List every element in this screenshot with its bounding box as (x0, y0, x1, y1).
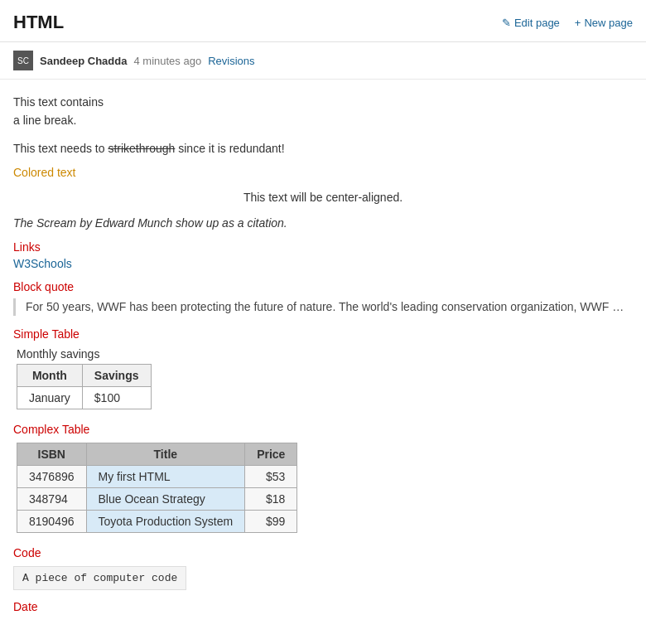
line-break-text: This text contains a line break. (13, 93, 633, 130)
header-actions: ✎ Edit page + New page (502, 17, 633, 29)
complex-cell-price-1: $53 (245, 465, 297, 487)
code-block: A piece of computer code (13, 566, 186, 590)
complex-cell-isbn-2: 348794 (17, 487, 87, 510)
complex-cell-price-3: $99 (245, 510, 297, 532)
blockquote-section: Block quote For 50 years, WWF has been p… (13, 280, 633, 316)
edit-time: 4 minutes ago (133, 55, 201, 67)
code-section: Code A piece of computer code (13, 546, 633, 590)
complex-cell-isbn-3: 8190496 (17, 510, 87, 532)
date-label: Date (13, 600, 633, 613)
w3schools-link[interactable]: W3Schools (13, 257, 633, 270)
complex-table-heading: Complex Table (13, 423, 633, 436)
simple-table-heading: Simple Table (13, 327, 633, 341)
complex-cell-title-3: Toyota Production System (86, 510, 245, 532)
table-row: 348794 Blue Ocean Strategy $18 (17, 487, 297, 510)
complex-table-section: Complex Table ISBN Title Price 3476896 M… (13, 423, 633, 533)
page-header: HTML ✎ Edit page + New page (0, 0, 646, 42)
blockquote-label: Block quote (13, 280, 633, 293)
simple-table-col-month: Month (17, 364, 83, 386)
simple-table-header-row: Month Savings (17, 364, 152, 386)
center-text: This text will be center-aligned. (13, 189, 633, 206)
complex-table: ISBN Title Price 3476896 My first HTML $… (17, 443, 297, 533)
complex-table-col-title: Title (86, 443, 245, 465)
complex-cell-isbn-1: 3476896 (17, 465, 87, 487)
strikethrough-word: strikethrough (108, 142, 175, 155)
revisions-link[interactable]: Revisions (208, 55, 254, 67)
simple-table-col-savings: Savings (82, 364, 151, 386)
simple-table-section: Simple Table Monthly savings Month Savin… (13, 327, 633, 409)
code-label: Code (13, 546, 633, 559)
plus-icon: + (575, 17, 581, 29)
colored-text: Colored text (13, 166, 633, 179)
simple-table-caption: Monthly savings (13, 347, 633, 361)
blockquote-content: For 50 years, WWF has been protecting th… (13, 298, 626, 316)
complex-table-col-price: Price (245, 443, 297, 465)
complex-cell-title-2: Blue Ocean Strategy (86, 487, 245, 510)
complex-cell-title-1: My first HTML (86, 465, 245, 487)
table-row: 3476896 My first HTML $53 (17, 465, 297, 487)
page-title: HTML (13, 12, 64, 33)
simple-table-cell-month: January (17, 386, 83, 409)
avatar: SC (13, 51, 33, 70)
table-row: January $100 (17, 386, 152, 409)
author-name: Sandeep Chadda (40, 55, 127, 67)
complex-cell-price-2: $18 (245, 487, 297, 510)
simple-table-cell-savings: $100 (82, 386, 151, 409)
edit-icon: ✎ (502, 17, 511, 29)
table-row: 8190496 Toyota Production System $99 (17, 510, 297, 532)
citation-text: The Scream by Edward Munch show up as a … (13, 215, 633, 232)
edit-page-button[interactable]: ✎ Edit page (502, 17, 560, 29)
strikethrough-paragraph: This text needs to strikethrough since i… (13, 140, 633, 157)
links-heading[interactable]: Links (13, 240, 633, 254)
complex-table-col-isbn: ISBN (17, 443, 87, 465)
new-page-button[interactable]: + New page (575, 17, 633, 29)
complex-table-header-row: ISBN Title Price (17, 443, 297, 465)
simple-table: Month Savings January $100 (17, 364, 152, 409)
meta-row: SC Sandeep Chadda 4 minutes ago Revision… (0, 42, 646, 80)
content-area: This text contains a line break. This te… (0, 80, 646, 627)
